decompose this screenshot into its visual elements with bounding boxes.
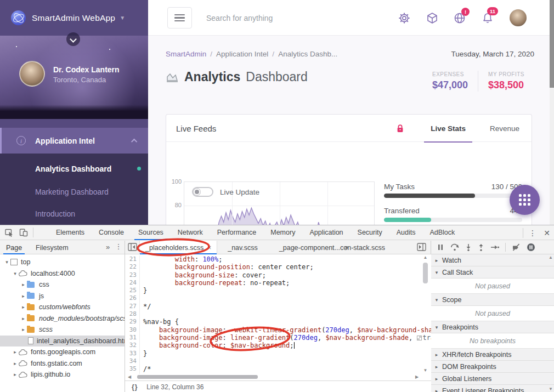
live-update-toggle[interactable]	[192, 187, 213, 197]
tree-item-fonts-gstatic-com[interactable]: ▸fonts.gstatic.com	[0, 358, 125, 370]
navigator-more-icon[interactable]: »	[106, 243, 110, 251]
scroll-left-arrow-icon[interactable]: ◀	[126, 374, 133, 380]
step-over-icon[interactable]	[450, 243, 459, 251]
user-avatar[interactable]	[510, 9, 527, 26]
breadcrumb-item[interactable]: SmartAdmin	[166, 50, 206, 58]
editor-hscroll-thumb[interactable]	[137, 375, 258, 379]
chevron-expanded-icon: ▾	[431, 270, 442, 275]
debugger-section-dom-breakpoints[interactable]: ▸DOM Breakpoints	[431, 361, 554, 373]
chevron-expanded-icon[interactable]: ▾	[3, 259, 10, 265]
debugger-section-watch[interactable]: ▸Watch	[431, 254, 554, 266]
tree-item-fonts-googleapis-com[interactable]: ▸fonts.googleapis.com	[0, 346, 125, 358]
sidebar-avatar[interactable]	[19, 61, 45, 87]
chevron-collapsed-icon[interactable]: ▸	[20, 282, 27, 287]
file-tab--placeholders-scss[interactable]: _placeholders.scss×	[139, 241, 217, 254]
quick-settings-button[interactable]	[510, 185, 540, 215]
debugger-section-breakpoints[interactable]: ▾Breakpoints	[431, 321, 554, 333]
tree-item-intel-analytics-dashboard-html[interactable]: intel_analytics_dashboard.html	[0, 336, 125, 347]
tree-item-scss[interactable]: ▸scss	[0, 324, 125, 336]
tree-item-custom-webfonts[interactable]: ▸custom/webfonts	[0, 302, 125, 313]
devtools-tab-application[interactable]: Application	[302, 225, 350, 240]
code-editor[interactable]: 21 width: 100%;22 background-position: c…	[125, 254, 431, 392]
step-icon[interactable]	[490, 243, 499, 251]
pretty-print-icon[interactable]: {}	[132, 383, 138, 391]
debugger-section-call-stack[interactable]: ▾Call Stack	[431, 266, 554, 279]
debugger-scrollbar[interactable]: ▲ ▼	[547, 254, 554, 392]
navigator-tab-page[interactable]: Page	[1, 241, 27, 254]
devtools-tab-memory[interactable]: Memory	[263, 225, 302, 240]
search-input[interactable]	[206, 10, 371, 26]
navigator-tab-filesystem[interactable]: Filesystem	[31, 241, 74, 254]
file-tab--nav-scss[interactable]: _nav.scss	[222, 241, 263, 254]
sidebar-subitem-analytics-dashboard[interactable]: Analytics Dashboard	[35, 164, 111, 173]
tab-revenue[interactable]: Revenue	[478, 115, 532, 142]
step-into-icon[interactable]	[465, 243, 472, 251]
sidebar-item-application-intel[interactable]: i Application Intel	[0, 128, 148, 154]
page-scrollbar-thumb[interactable]	[550, 0, 554, 88]
debugger-section-scope[interactable]: ▾Scope	[431, 294, 554, 306]
devtools-tab-performance[interactable]: Performance	[210, 225, 264, 240]
tree-item-js[interactable]: ▸js	[0, 291, 125, 302]
code-area[interactable]: 21 width: 100%;22 background-position: c…	[125, 255, 431, 374]
editor-horizontal-scrollbar[interactable]: ◀ ▶	[126, 374, 420, 380]
brand[interactable]: SmartAdmin WebApp ▼	[0, 0, 148, 36]
chevron-expanded-icon[interactable]: ▾	[12, 271, 19, 276]
devtools-menu-icon[interactable]: ⋮	[525, 229, 540, 237]
sidebar-subitem-marketing-dashboard[interactable]: Marketing Dashboard	[35, 188, 109, 196]
chevron-collapsed-icon[interactable]: ▸	[20, 304, 27, 310]
device-toolbar-icon[interactable]	[16, 225, 31, 240]
file-tab--page-component-con-stack-scss[interactable]: _page-component...con-stack.scss	[274, 241, 391, 254]
chevron-collapsed-icon[interactable]: ▸	[12, 349, 19, 355]
code-text: /*	[140, 365, 151, 373]
deactivate-breakpoints-icon[interactable]	[512, 243, 521, 251]
step-out-icon[interactable]	[478, 243, 484, 251]
breadcrumb-item[interactable]: Application Intel	[216, 50, 268, 58]
breadcrumb-item[interactable]: Analytics Dashb...	[278, 50, 337, 58]
scroll-down-arrow-icon[interactable]: ▼	[422, 367, 429, 374]
page-scrollbar[interactable]	[550, 0, 554, 225]
close-icon[interactable]: ×	[207, 244, 211, 252]
devtools-close-icon[interactable]: ✕	[540, 229, 554, 237]
settings-gear-icon[interactable]	[398, 12, 411, 25]
show-debugger-icon[interactable]	[417, 243, 426, 253]
debugger-section-global-listeners[interactable]: ▸Global Listeners	[431, 373, 554, 385]
devtools-tab-sources[interactable]: Sources	[131, 225, 171, 240]
devtools-tab-network[interactable]: Network	[171, 225, 210, 240]
debugger-section-xhr-fetch-breakpoints[interactable]: ▸XHR/fetch Breakpoints	[431, 349, 554, 361]
scroll-up-arrow-icon[interactable]: ▲	[422, 254, 429, 261]
devtools-tab-security[interactable]: Security	[351, 225, 389, 240]
line-number: 21	[125, 255, 140, 263]
pause-script-icon[interactable]	[437, 243, 444, 251]
scroll-right-arrow-icon[interactable]: ▶	[414, 374, 420, 380]
chevron-expanded-icon: ▾	[431, 325, 442, 330]
tree-item-lipis-github-io[interactable]: ▸lipis.github.io	[0, 369, 125, 380]
menu-toggle-button[interactable]	[167, 7, 192, 29]
editor-vertical-scrollbar[interactable]: ▲ ▼	[422, 254, 429, 374]
scroll-up-arrow-icon[interactable]: ▲	[547, 254, 554, 261]
tree-item-css[interactable]: ▸css	[0, 279, 125, 291]
sidebar-subitem-introduction[interactable]: Introduction	[35, 209, 75, 218]
tree-item-node-modules-bootstrap-scss[interactable]: ▸node_modules/bootstrap/scss	[0, 313, 125, 325]
devtools-tab-audits[interactable]: Audits	[389, 225, 423, 240]
hide-navigator-icon[interactable]	[128, 243, 137, 253]
chevron-collapsed-icon[interactable]: ▸	[20, 316, 27, 321]
scroll-down-arrow-icon[interactable]: ▼	[547, 386, 554, 392]
chevron-collapsed-icon[interactable]: ▸	[12, 372, 19, 377]
editor-vscroll-thumb[interactable]	[423, 263, 428, 283]
tab-live-stats[interactable]: Live Stats	[419, 115, 478, 142]
inspect-element-icon[interactable]	[2, 225, 16, 240]
debugger-section-event-listener-breakpoints[interactable]: ▸Event Listener Breakpoints	[431, 385, 554, 392]
chevron-collapsed-icon[interactable]: ▸	[12, 361, 19, 366]
tree-item-localhost-4000[interactable]: ▾localhost:4000	[0, 268, 125, 280]
devtools-tab-adblock[interactable]: AdBlock	[422, 225, 462, 240]
sidebar-collapse-button[interactable]	[66, 32, 80, 46]
lock-icon[interactable]	[396, 124, 404, 133]
navigator-menu-icon[interactable]: ⋮	[114, 242, 123, 251]
tree-item-top[interactable]: ▾top	[0, 257, 125, 268]
devtools-tab-elements[interactable]: Elements	[49, 225, 92, 240]
devtools-tab-console[interactable]: Console	[92, 225, 131, 240]
chevron-collapsed-icon[interactable]: ▸	[20, 327, 27, 332]
apps-cube-icon[interactable]	[426, 12, 439, 25]
pause-on-exceptions-icon[interactable]	[527, 243, 535, 252]
chevron-collapsed-icon[interactable]: ▸	[20, 293, 27, 299]
